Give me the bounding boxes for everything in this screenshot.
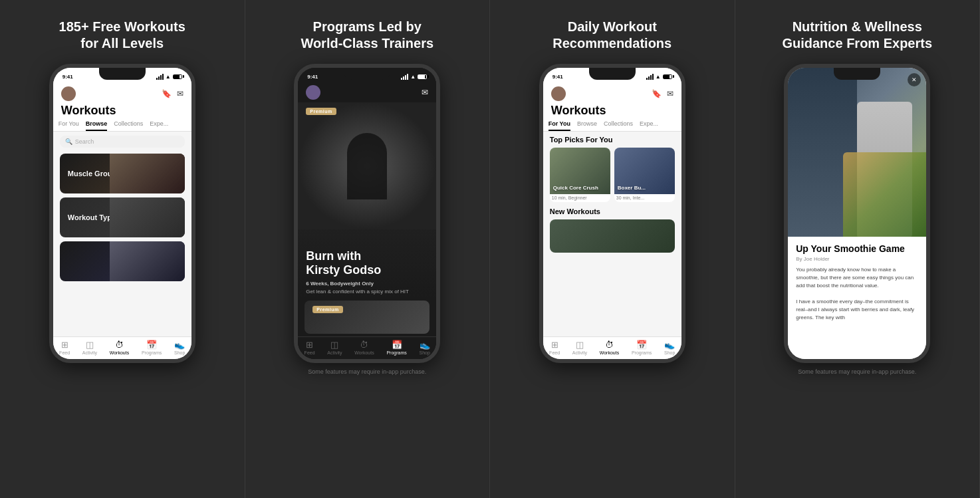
nav-shop-1[interactable]: 👟Shop xyxy=(174,340,185,355)
header-icons-3: 🔖 ✉ xyxy=(652,89,674,98)
avatar-2 xyxy=(306,85,320,100)
cat-figure-1 xyxy=(110,154,185,193)
status-time-2: 9:41 xyxy=(307,74,318,80)
nav-shop-3[interactable]: 👟Shop xyxy=(664,340,675,355)
nutrition-content: Up Your Smoothie Game By Joe Holder You … xyxy=(788,237,926,359)
bookmark-icon-3[interactable]: 🔖 xyxy=(652,89,662,98)
nav-programs-2[interactable]: 📅Programs xyxy=(386,340,406,355)
program-desc: Get lean & confident with a spicy mix of… xyxy=(306,288,428,295)
nav-workouts-2[interactable]: ⏱Workouts xyxy=(354,340,374,355)
category-more-1[interactable] xyxy=(60,241,185,281)
bookmark-icon-1[interactable]: 🔖 xyxy=(162,89,172,98)
nav-workouts-3[interactable]: ⏱Workouts xyxy=(600,340,619,355)
program-name: Burn with Kirsty Godso xyxy=(306,249,428,278)
phone-notch-2 xyxy=(344,68,390,80)
shop-icon-1: 👟 xyxy=(174,340,185,350)
tab-for-you-1[interactable]: For You xyxy=(59,120,79,131)
workout-card-2[interactable]: Boxer Bu... 30 min, Inte... xyxy=(614,148,675,202)
panel-nutrition: Nutrition & Wellness Guidance From Exper… xyxy=(735,0,981,498)
nav-programs-label-2: Programs xyxy=(386,350,406,355)
nav-activity-2[interactable]: ◫Activity xyxy=(327,340,342,355)
cat-figure-3 xyxy=(110,241,185,281)
nav-workouts-1[interactable]: ⏱Workouts xyxy=(110,340,129,355)
workout-card-label-2: Boxer Bu... xyxy=(618,185,646,191)
nav-workouts-label-1: Workouts xyxy=(110,350,129,355)
programs-icon-3: 📅 xyxy=(636,340,647,350)
tab-browse-1[interactable]: Browse xyxy=(86,120,108,131)
nav-programs-label-3: Programs xyxy=(632,350,652,355)
phone-notch-1 xyxy=(99,68,146,80)
workouts-icon-3: ⏱ xyxy=(605,340,614,350)
avatar-1 xyxy=(61,86,76,101)
mail-icon-1[interactable]: ✉ xyxy=(177,89,184,98)
screen-2: 9:41 ▲ ✉ xyxy=(298,68,436,359)
nav-shop-label-2: Shop xyxy=(419,350,429,355)
category-workout-types-1[interactable]: Workout Types xyxy=(60,197,185,237)
nav-shop-2[interactable]: 👟Shop xyxy=(419,340,429,355)
tab-collections-3[interactable]: Collections xyxy=(604,120,633,131)
program-card-mini[interactable]: Premium xyxy=(305,301,429,334)
workout-card-meta-1: 10 min, Beginner xyxy=(550,194,610,202)
workout-card-img-1: Quick Core Crush xyxy=(550,148,610,194)
program-hero-figure xyxy=(298,102,436,229)
panel-free-workouts: 185+ Free Workouts for All Levels 9:41 ▲… xyxy=(0,0,245,498)
status-time-3: 9:41 xyxy=(552,74,563,80)
tabs-row-3: For You Browse Collections Expe... xyxy=(543,118,681,132)
activity-icon-1: ◫ xyxy=(86,340,94,350)
workouts-icon-2: ⏱ xyxy=(360,340,368,350)
phone-notch-3 xyxy=(589,68,636,80)
wifi-icon-2: ▲ xyxy=(410,74,416,80)
workout-card-img-2: Boxer Bu... xyxy=(614,148,675,194)
nutrition-text: You probably already know how to make a … xyxy=(796,266,918,322)
tab-expert-3[interactable]: Expe... xyxy=(640,120,658,131)
tab-for-you-3[interactable]: For You xyxy=(549,120,570,131)
new-workout-card[interactable] xyxy=(550,219,675,253)
bottom-nav-3: ⊞Feed ◫Activity ⏱Workouts 📅Programs 👟Sho… xyxy=(543,336,681,359)
program-subtitle: 6 Weeks, Bodyweight Only xyxy=(306,281,428,287)
mail-icon-2[interactable]: ✉ xyxy=(422,88,428,97)
nutrition-hero: ✕ xyxy=(788,68,926,237)
search-bar-1[interactable]: 🔍 Search xyxy=(60,136,185,148)
shop-icon-3: 👟 xyxy=(664,340,675,350)
category-more-bg xyxy=(60,241,185,281)
panel4-title: Nutrition & Wellness Guidance From Exper… xyxy=(782,19,932,52)
nav-feed-3[interactable]: ⊞Feed xyxy=(549,340,560,355)
tab-browse-3[interactable]: Browse xyxy=(577,120,597,131)
screen2-header: ✉ xyxy=(298,82,436,102)
nav-feed-1[interactable]: ⊞Feed xyxy=(59,340,70,355)
workouts-title-3: Workouts xyxy=(543,101,681,118)
nav-feed-label-3: Feed xyxy=(549,350,560,355)
nav-programs-label-1: Programs xyxy=(142,350,162,355)
phone-notch-4 xyxy=(834,68,880,80)
wifi-icon-1: ▲ xyxy=(166,74,171,80)
close-button-4[interactable]: ✕ xyxy=(908,73,921,86)
workouts-title-1: Workouts xyxy=(53,101,191,118)
app-header-1: 🔖 ✉ xyxy=(53,82,191,101)
category-muscle-1[interactable]: Muscle Group xyxy=(60,154,185,193)
program-hero-bg xyxy=(298,102,436,229)
nav-feed-label-2: Feed xyxy=(305,350,315,355)
activity-icon-3: ◫ xyxy=(576,340,584,350)
nav-activity-1[interactable]: ◫Activity xyxy=(82,340,97,355)
nutrition-article-title: Up Your Smoothie Game xyxy=(796,243,918,254)
top-picks-title: Top Picks For You xyxy=(550,136,675,144)
workout-card-label-1: Quick Core Crush xyxy=(553,185,598,191)
nav-activity-3[interactable]: ◫Activity xyxy=(572,340,587,355)
mail-icon-3[interactable]: ✉ xyxy=(667,89,674,98)
nav-feed-2[interactable]: ⊞Feed xyxy=(305,340,315,355)
tab-expert-1[interactable]: Expe... xyxy=(150,120,168,131)
panel-recommendations: Daily Workout Recommendations 9:41 ▲ 🔖 xyxy=(490,0,735,498)
screen-1: 9:41 ▲ 🔖 ✉ Workouts xyxy=(53,68,191,359)
nav-activity-label-2: Activity xyxy=(327,350,342,355)
workout-card-1[interactable]: Quick Core Crush 10 min, Beginner xyxy=(550,148,610,202)
activity-icon-2: ◫ xyxy=(330,340,338,350)
wifi-icon-3: ▲ xyxy=(656,74,661,80)
nav-activity-label-3: Activity xyxy=(572,350,587,355)
nav-programs-1[interactable]: 📅Programs xyxy=(142,340,162,355)
new-workouts-title: New Workouts xyxy=(550,207,675,215)
category-muscle-bg: Muscle Group xyxy=(60,154,185,193)
nav-programs-3[interactable]: 📅Programs xyxy=(632,340,652,355)
bottom-nav-2: ⊞Feed ◫Activity ⏱Workouts 📅Programs 👟Sho… xyxy=(298,336,436,359)
battery-icon-1 xyxy=(173,74,182,79)
tab-collections-1[interactable]: Collections xyxy=(114,120,143,131)
